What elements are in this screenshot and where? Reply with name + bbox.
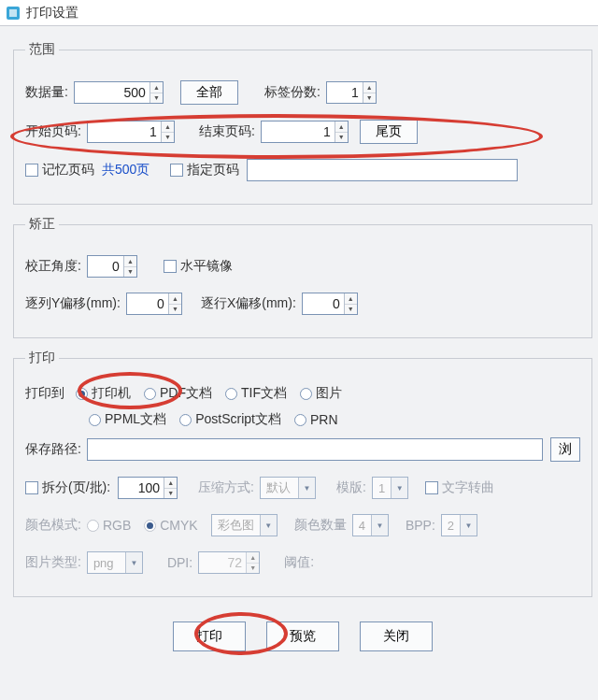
angle-spin[interactable]: ▲▼ [87, 255, 137, 278]
radio-rgb: RGB [87, 518, 131, 533]
split-check[interactable]: 拆分(页/批): [25, 479, 110, 496]
copies-label: 标签份数: [264, 84, 320, 101]
start-page-spin[interactable]: ▲▼ [87, 121, 175, 143]
data-count-spin[interactable]: ▲▼ [74, 81, 164, 104]
spin-arrows[interactable]: ▲▼ [168, 293, 181, 314]
data-count-input[interactable] [75, 82, 150, 103]
bpp-label: BPP: [406, 518, 435, 533]
template-label: 模版: [336, 479, 366, 496]
spin-arrows: ▲▼ [246, 552, 259, 573]
radio-prn[interactable]: PRN [294, 412, 338, 427]
radio-image[interactable]: 图片 [300, 385, 342, 402]
threshold-label: 阈值: [284, 554, 314, 571]
correct-legend: 矫正 [25, 216, 59, 233]
end-page-input[interactable] [262, 121, 335, 142]
radio-tif[interactable]: TIF文档 [225, 385, 287, 402]
browse-button[interactable]: 浏 [550, 437, 580, 462]
dpi-label: DPI: [167, 555, 192, 570]
bpp-combo: 2▼ [441, 514, 477, 536]
coly-input[interactable] [127, 293, 168, 314]
footer: 打印 预览 关闭 [13, 608, 592, 670]
range-group: 范围 数据量: ▲▼ 全部 标签份数: ▲▼ 开始页码: ▲▼ 结束页码: ▲▼… [13, 41, 592, 205]
template-combo: 1▼ [372, 477, 408, 499]
copies-input[interactable] [327, 82, 363, 103]
last-page-button[interactable]: 尾页 [360, 120, 418, 144]
angle-input[interactable] [88, 256, 123, 277]
specify-page-label: 指定页码 [187, 162, 239, 179]
radio-pdf[interactable]: PDF文档 [144, 385, 212, 402]
radio-cmyk: CMYK [144, 518, 197, 533]
titlebar: 打印设置 [0, 0, 598, 26]
end-page-label: 结束页码: [199, 123, 255, 140]
spin-arrows[interactable]: ▲▼ [164, 478, 177, 498]
data-count-label: 数据量: [25, 84, 68, 101]
radio-ppml[interactable]: PPML文档 [89, 411, 166, 428]
split-label: 拆分(页/批): [42, 479, 110, 496]
textrotate-check[interactable]: 文字转曲 [425, 479, 494, 496]
window-title: 打印设置 [26, 5, 78, 21]
split-input[interactable] [119, 478, 164, 498]
rowx-spin[interactable]: ▲▼ [302, 293, 358, 315]
start-page-label: 开始页码: [25, 123, 81, 140]
imgtype-label: 图片类型: [25, 554, 81, 571]
angle-label: 校正角度: [25, 258, 81, 275]
compress-combo: 默认▼ [260, 477, 316, 499]
remember-page-label: 记忆页码 [42, 162, 94, 179]
total-pages: 共500页 [102, 162, 150, 179]
svg-rect-1 [9, 9, 17, 17]
print-legend: 打印 [25, 350, 59, 366]
correct-group: 矫正 校正角度: ▲▼ 水平镜像 逐列Y偏移(mm): ▲▼ 逐行X偏移(mm)… [13, 216, 592, 338]
spin-arrows[interactable]: ▲▼ [161, 121, 174, 142]
copies-spin[interactable]: ▲▼ [326, 81, 377, 104]
remember-page-check[interactable]: 记忆页码 [25, 162, 94, 179]
preview-button[interactable]: 预览 [266, 621, 339, 651]
specify-page-check[interactable]: 指定页码 [170, 162, 239, 179]
colormode-label: 颜色模式: [25, 517, 81, 534]
start-page-input[interactable] [88, 121, 161, 142]
colorcount-label: 颜色数量 [294, 517, 347, 534]
textrotate-label: 文字转曲 [442, 479, 494, 496]
app-icon [6, 6, 21, 21]
print-button[interactable]: 打印 [173, 621, 246, 651]
coly-spin[interactable]: ▲▼ [126, 293, 182, 315]
spin-arrows[interactable]: ▲▼ [344, 293, 357, 314]
color-combo: 彩色图▼ [211, 514, 278, 536]
spin-arrows[interactable]: ▲▼ [123, 256, 136, 277]
compress-label: 压缩方式: [198, 479, 254, 496]
colorcount-combo: 4▼ [352, 514, 389, 536]
close-button[interactable]: 关闭 [360, 621, 433, 651]
radio-postscript[interactable]: PostScript文档 [179, 411, 281, 428]
dpi-input [199, 552, 246, 573]
dpi-spin: ▲▼ [198, 551, 260, 574]
mirror-check[interactable]: 水平镜像 [164, 258, 233, 275]
rowx-label: 逐行X偏移(mm): [201, 295, 296, 312]
radio-printer[interactable]: 打印机 [76, 385, 131, 402]
print-group: 打印 打印到 打印机 PDF文档 TIF文档 图片 PPML文档 PostScr… [13, 350, 592, 597]
spin-arrows[interactable]: ▲▼ [363, 82, 376, 103]
imgtype-combo: png▼ [87, 551, 143, 574]
spin-arrows[interactable]: ▲▼ [335, 121, 348, 142]
specify-page-input[interactable] [247, 159, 518, 181]
range-legend: 范围 [25, 41, 59, 58]
mirror-label: 水平镜像 [180, 258, 233, 275]
printto-label: 打印到 [25, 385, 64, 402]
coly-label: 逐列Y偏移(mm): [25, 295, 121, 312]
all-button[interactable]: 全部 [180, 80, 238, 105]
savepath-input[interactable] [87, 438, 543, 461]
spin-arrows[interactable]: ▲▼ [150, 82, 163, 103]
split-spin[interactable]: ▲▼ [118, 477, 178, 499]
end-page-spin[interactable]: ▲▼ [261, 121, 349, 143]
rowx-input[interactable] [303, 293, 344, 314]
savepath-label: 保存路径: [25, 441, 81, 458]
